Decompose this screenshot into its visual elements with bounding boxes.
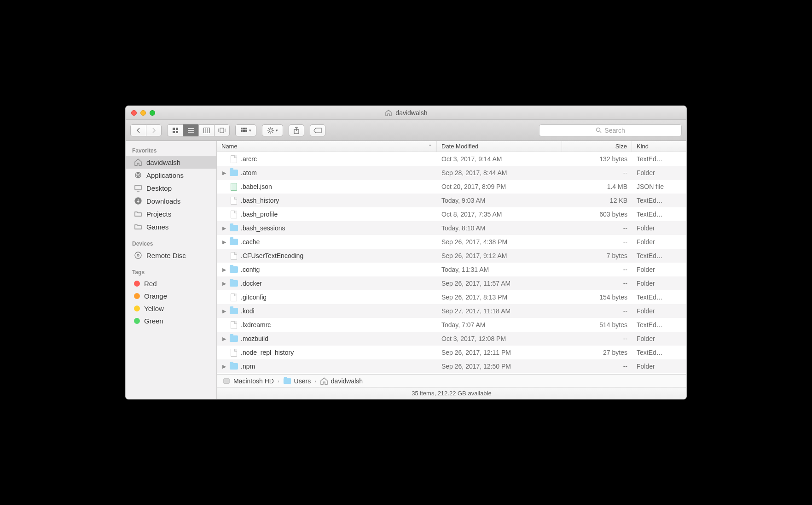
file-row[interactable]: .bash_historyToday, 9:03 AM12 KBTextEd…	[217, 194, 686, 207]
action-button[interactable]: ▾	[262, 124, 283, 136]
disclosure-triangle-icon[interactable]: ▶	[221, 170, 227, 176]
tags-button[interactable]	[310, 124, 325, 136]
svg-line-24	[268, 128, 269, 129]
file-kind: TextEd…	[632, 294, 686, 301]
column-name[interactable]: Name ⌃	[217, 141, 437, 152]
file-date: Sep 26, 2017, 12:50 PM	[437, 363, 562, 370]
file-name: .gitconfig	[241, 294, 267, 301]
nav-buttons	[130, 124, 162, 136]
file-row[interactable]: ▶.configToday, 11:31 AM--Folder	[217, 263, 686, 276]
desktop-icon	[134, 184, 142, 192]
file-date: Today, 9:03 AM	[437, 197, 562, 204]
file-row[interactable]: ▶.mozbuildOct 3, 2017, 12:08 PM--Folder	[217, 332, 686, 346]
file-date: Sep 28, 2017, 8:44 AM	[437, 169, 562, 176]
sidebar-item-applications[interactable]: Applications	[126, 169, 216, 182]
disclosure-triangle-icon[interactable]: ▶	[221, 336, 227, 342]
file-size: 12 KB	[562, 197, 632, 204]
path-crumb-macintosh-hd[interactable]: Macintosh HD	[222, 377, 274, 385]
sidebar-tag-yellow[interactable]: Yellow	[126, 302, 216, 315]
file-row[interactable]: .bash_profileOct 8, 2017, 7:35 AM603 byt…	[217, 207, 686, 221]
file-name: .lxdreamrc	[241, 321, 271, 329]
path-crumb-users[interactable]: Users	[283, 377, 311, 385]
file-icon	[230, 348, 238, 357]
svg-rect-38	[224, 379, 229, 383]
file-date: Sep 26, 2017, 11:57 AM	[437, 280, 562, 287]
file-row[interactable]: .babel.jsonOct 20, 2017, 8:09 PM1.4 MBJS…	[217, 180, 686, 194]
file-kind: Folder	[632, 224, 686, 232]
column-view-button[interactable]	[198, 124, 214, 136]
file-date: Oct 8, 2017, 7:35 AM	[437, 211, 562, 218]
svg-rect-14	[243, 128, 245, 129]
svg-line-26	[268, 132, 269, 133]
folder-icon	[230, 307, 238, 315]
file-row[interactable]: .CFUserTextEncodingSep 26, 2017, 9:12 AM…	[217, 249, 686, 263]
file-kind: Folder	[632, 266, 686, 273]
path-bar: Macintosh HD›Users›davidwalsh	[217, 374, 686, 387]
file-row[interactable]: .lxdreamrcToday, 7:07 AM514 bytesTextEd…	[217, 318, 686, 332]
disclosure-triangle-icon[interactable]: ▶	[221, 281, 227, 287]
hd-icon	[222, 377, 231, 385]
file-row[interactable]: .arcrcOct 3, 2017, 9:14 AM132 bytesTextE…	[217, 152, 686, 166]
file-row[interactable]: .gitconfigSep 26, 2017, 8:13 PM154 bytes…	[217, 290, 686, 304]
list-view-button[interactable]	[183, 124, 198, 136]
forward-button[interactable]	[146, 124, 162, 136]
close-window-button[interactable]	[131, 110, 137, 116]
sidebar-item-downloads[interactable]: Downloads	[126, 194, 216, 207]
file-size: --	[562, 280, 632, 287]
sidebar-item-games[interactable]: Games	[126, 220, 216, 233]
file-size: 7 bytes	[562, 252, 632, 259]
file-size: --	[562, 238, 632, 246]
file-kind: TextEd…	[632, 211, 686, 218]
file-date: Today, 8:10 AM	[437, 224, 562, 232]
home-icon	[384, 109, 393, 117]
disclosure-triangle-icon[interactable]: ▶	[221, 364, 227, 370]
disclosure-triangle-icon[interactable]: ▶	[221, 267, 227, 273]
home-icon	[320, 377, 328, 385]
sidebar-item-davidwalsh[interactable]: davidwalsh	[126, 156, 216, 169]
sidebar-item-projects[interactable]: Projects	[126, 207, 216, 220]
minimize-window-button[interactable]	[140, 110, 146, 116]
path-crumb-davidwalsh[interactable]: davidwalsh	[320, 377, 363, 385]
folder-icon	[230, 279, 238, 288]
share-button[interactable]	[289, 124, 304, 136]
sidebar-tag-red[interactable]: Red	[126, 277, 216, 290]
file-row[interactable]: ▶.cacheSep 26, 2017, 4:38 PM--Folder	[217, 235, 686, 249]
column-kind[interactable]: Kind	[632, 141, 686, 152]
search-field[interactable]: Search	[539, 124, 682, 136]
sidebar-item-desktop[interactable]: Desktop	[126, 182, 216, 194]
file-row[interactable]: .node_repl_historySep 26, 2017, 12:11 PM…	[217, 346, 686, 359]
file-row[interactable]: ▶.atomSep 28, 2017, 8:44 AM--Folder	[217, 166, 686, 180]
file-row[interactable]: ▶.npmSep 26, 2017, 12:50 PM--Folder	[217, 359, 686, 373]
file-name: .npm	[241, 363, 255, 370]
sidebar-tag-orange[interactable]: Orange	[126, 290, 216, 302]
view-buttons	[167, 124, 230, 136]
disclosure-triangle-icon[interactable]: ▶	[221, 239, 227, 245]
file-date: Oct 20, 2017, 8:09 PM	[437, 183, 562, 190]
file-icon	[230, 321, 238, 329]
sidebar-item-remote-disc[interactable]: Remote Disc	[126, 249, 216, 262]
coverflow-view-button[interactable]	[214, 124, 230, 136]
column-date[interactable]: Date Modified	[437, 141, 562, 152]
file-kind: Folder	[632, 280, 686, 287]
sidebar: Favorites davidwalshApplicationsDesktopD…	[126, 141, 217, 399]
disclosure-triangle-icon[interactable]: ▶	[221, 308, 227, 314]
svg-rect-1	[176, 128, 178, 130]
file-kind: TextEd…	[632, 252, 686, 259]
home-icon	[134, 158, 142, 166]
file-icon	[230, 252, 238, 260]
file-row[interactable]: ▶.dockerSep 26, 2017, 11:57 AM--Folder	[217, 276, 686, 290]
back-button[interactable]	[130, 124, 146, 136]
file-row[interactable]: ▶.kodiSep 27, 2017, 11:18 AM--Folder	[217, 304, 686, 318]
svg-rect-3	[176, 131, 178, 133]
disclosure-triangle-icon[interactable]: ▶	[221, 225, 227, 231]
icon-view-button[interactable]	[167, 124, 183, 136]
file-icon	[230, 210, 238, 218]
sidebar-tag-green[interactable]: Green	[126, 315, 216, 327]
svg-rect-18	[245, 130, 247, 132]
svg-line-27	[272, 128, 273, 129]
file-row[interactable]: ▶.bash_sessionsToday, 8:10 AM--Folder	[217, 221, 686, 235]
file-date: Sep 26, 2017, 8:13 PM	[437, 294, 562, 301]
column-size[interactable]: Size	[562, 141, 632, 152]
zoom-window-button[interactable]	[150, 110, 155, 116]
arrange-button[interactable]: ▾	[235, 124, 256, 136]
